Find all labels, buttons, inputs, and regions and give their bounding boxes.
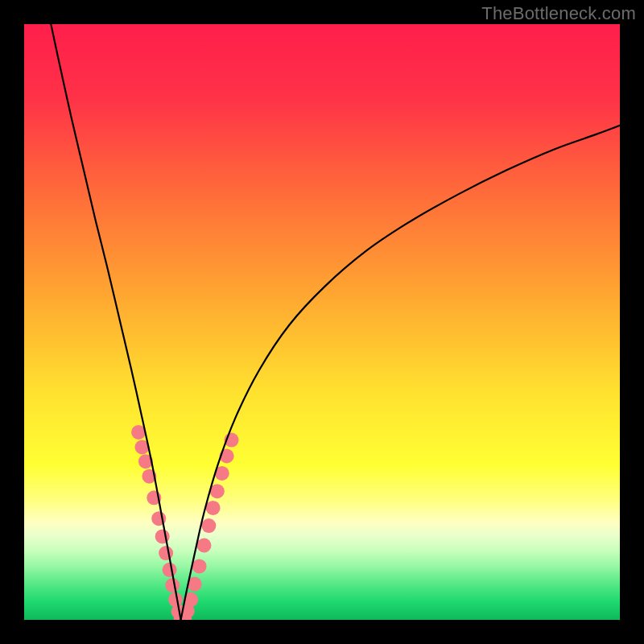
marker-dot (201, 518, 216, 533)
marker-dot (196, 539, 211, 553)
marker-dot (163, 563, 177, 577)
chart-svg (24, 24, 620, 620)
gradient-background (24, 24, 620, 620)
marker-dot (206, 501, 221, 515)
plot-area (24, 24, 620, 620)
chart-frame: TheBottleneck.com (0, 0, 644, 644)
marker-dot (165, 578, 180, 592)
marker-dot (192, 559, 207, 573)
marker-dot (159, 546, 173, 560)
watermark-label: TheBottleneck.com (481, 3, 636, 24)
